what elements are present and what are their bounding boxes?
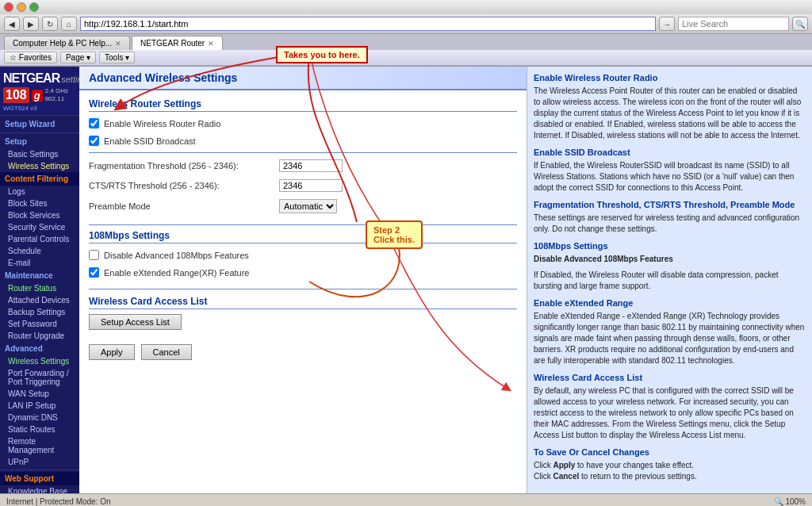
apply-button[interactable]: Apply	[89, 344, 135, 360]
page-wrapper: NETGEAR settings 108 g 2.4 GHz 802.11 WG…	[0, 67, 812, 493]
sidebar-block-sites[interactable]: Block Sites	[0, 197, 79, 209]
enable-ssid-label: Enable SSID Broadcast	[104, 136, 196, 146]
wireless-card-title: Wireless Card Access List	[89, 296, 517, 309]
toolbar-page[interactable]: Page ▾	[60, 52, 96, 63]
enable-ssid-checkbox[interactable]	[89, 136, 99, 146]
tab-label: Computer Help & PC Help...	[13, 39, 112, 48]
browser-tabs: Computer Help & PC Help... ✕ NETGEAR Rou…	[0, 34, 812, 50]
sidebar: NETGEAR settings 108 g 2.4 GHz 802.11 WG…	[0, 67, 79, 493]
divider-2	[89, 224, 517, 225]
sidebar-email[interactable]: E-mail	[0, 257, 79, 269]
maximize-btn[interactable]	[29, 2, 39, 12]
status-right: 🔍 100%	[774, 497, 806, 506]
page-outer: ◀ ▶ ↻ ⌂ → 🔍 Computer Help & PC Help... ✕…	[0, 0, 812, 506]
frag-threshold-input[interactable]	[279, 159, 343, 172]
cts-rts-input[interactable]	[279, 179, 343, 192]
sidebar-block-services[interactable]: Block Services	[0, 209, 79, 221]
enable-xr-row: Enable eXtended Range(XR) Feature	[89, 266, 517, 279]
tab-close-1[interactable]: ✕	[115, 40, 121, 48]
sidebar-remote-mgmt[interactable]: Remote Management	[0, 435, 79, 456]
logo-area: NETGEAR settings 108 g 2.4 GHz 802.11 WG…	[0, 67, 79, 113]
sidebar-router-upgrade[interactable]: Router Upgrade	[0, 330, 79, 342]
right-panel: Enable Wireless Router Radio The Wireles…	[527, 67, 812, 493]
titlebar	[0, 0, 812, 14]
button-row: Apply Cancel	[89, 338, 517, 366]
sidebar-dynamic-dns[interactable]: Dynamic DNS	[0, 412, 79, 424]
sidebar-wireless-settings2[interactable]: Wireless Settings	[0, 355, 79, 367]
sidebar-knowledge-base[interactable]: Knowledge Base	[0, 485, 79, 493]
search-submit[interactable]: 🔍	[792, 17, 808, 31]
sidebar-upnp[interactable]: UPnP	[0, 456, 79, 468]
rp-text-7: Click Apply to have your changes take ef…	[534, 460, 806, 482]
enable-radio-checkbox[interactable]	[89, 118, 99, 128]
sidebar-setup-wizard[interactable]: Setup Wizard	[0, 117, 79, 131]
wireless-router-settings-block: Wireless Router Settings Enable Wireless…	[89, 98, 517, 215]
status-bar: Internet | Protected Mode: On 🔍 100%	[0, 493, 812, 506]
settings-label: settings	[61, 75, 79, 84]
sidebar-lan-ip-setup[interactable]: LAN IP Setup	[0, 400, 79, 412]
rp-title-1: Enable Wireless Router Radio	[534, 73, 806, 82]
tab-netgear[interactable]: NETGEAR Router ✕	[132, 36, 223, 50]
sidebar-wireless-settings[interactable]: Wireless Settings	[0, 160, 79, 172]
address-bar[interactable]	[80, 17, 656, 31]
enable-ssid-row: Enable SSID Broadcast	[89, 134, 517, 148]
rp-title-5: Enable eXtended Range	[534, 298, 806, 308]
preamble-row: Preamble Mode Automatic Long Short	[89, 197, 517, 215]
rp-text-3: These settings are reserved for wireless…	[534, 213, 806, 235]
sidebar-static-routes[interactable]: Static Routes	[0, 424, 79, 435]
sidebar-advanced: Advanced	[0, 342, 79, 355]
sidebar-parental-controls[interactable]: Parental Controls	[0, 233, 79, 245]
setup-access-list-button[interactable]: Setup Access List	[89, 314, 182, 330]
disable-108-row: Disable Advanced 108Mbps Features	[89, 248, 517, 262]
sidebar-router-status[interactable]: Router Status	[0, 282, 79, 294]
sidebar-backup-settings[interactable]: Backup Settings	[0, 306, 79, 318]
toolbar-favorites[interactable]: ☆ Favorites	[4, 52, 57, 63]
enable-radio-label: Enable Wireless Router Radio	[104, 119, 220, 128]
preamble-select[interactable]: Automatic Long Short	[279, 199, 337, 213]
toolbar-tools[interactable]: Tools ▾	[99, 52, 135, 63]
page-header: Advanced Wireless Settings	[79, 67, 527, 90]
sidebar-logs[interactable]: Logs	[0, 186, 79, 197]
divider-3	[89, 289, 517, 289]
rp-text-2: If Enabled, the Wireless RouterSSID will…	[534, 160, 806, 194]
content-area: Wireless Router Settings Enable Wireless…	[79, 90, 527, 374]
sidebar-port-forwarding[interactable]: Port Forwarding / Port Triggering	[0, 367, 79, 388]
sidebar-content-filtering: Content Filtering	[0, 172, 79, 186]
close-btn[interactable]	[4, 2, 13, 12]
wireless-card-section: Wireless Card Access List Setup Access L…	[89, 296, 517, 330]
rp-text-5: Enable eXtended Range - eXtended Range (…	[534, 311, 806, 366]
sidebar-attached-devices[interactable]: Attached Devices	[0, 294, 79, 306]
tab-computer-help[interactable]: Computer Help & PC Help... ✕	[4, 36, 130, 50]
sidebar-security-service[interactable]: Security Service	[0, 221, 79, 233]
cts-rts-label: CTS/RTS Threshold (256 - 2346):	[89, 181, 279, 190]
navbar: ◀ ▶ ↻ ⌂ → 🔍	[0, 14, 812, 34]
g-badge: g	[32, 90, 43, 102]
rp-text-1: The Wireless Access Point Router of this…	[534, 86, 806, 141]
sidebar-basic-settings[interactable]: Basic Settings	[0, 148, 79, 160]
rp-subtitle-4: Disable Advanced 108Mbps Features	[534, 254, 806, 265]
rp-text-4: If Disabled, the Wireless Router will di…	[534, 270, 806, 292]
sidebar-maintenance: Maintenance	[0, 269, 79, 282]
search-input[interactable]	[678, 17, 789, 31]
refresh-button[interactable]: ↻	[42, 17, 58, 31]
rp-title-4: 108Mbps Settings	[534, 241, 806, 251]
zoom-level: 🔍 100%	[774, 497, 806, 506]
sidebar-wan-setup[interactable]: WAN Setup	[0, 388, 79, 400]
sidebar-schedule[interactable]: Schedule	[0, 245, 79, 257]
tab-close-2[interactable]: ✕	[208, 40, 214, 48]
divider-1	[89, 152, 517, 153]
sidebar-set-password[interactable]: Set Password	[0, 318, 79, 330]
cancel-button[interactable]: Cancel	[141, 344, 192, 360]
disable-108-checkbox[interactable]	[89, 250, 99, 260]
forward-button[interactable]: ▶	[23, 17, 39, 31]
enable-xr-label: Enable eXtended Range(XR) Feature	[104, 268, 249, 278]
back-button[interactable]: ◀	[4, 17, 20, 31]
sidebar-web-support: Web Support	[0, 472, 79, 485]
sidebar-setup-section: Setup	[0, 135, 79, 148]
minimize-btn[interactable]	[17, 2, 26, 12]
disable-108-label: Disable Advanced 108Mbps Features	[104, 251, 249, 260]
home-button[interactable]: ⌂	[61, 17, 77, 31]
enable-xr-checkbox[interactable]	[89, 267, 99, 278]
go-button[interactable]: →	[659, 17, 675, 31]
toolbar: ☆ Favorites Page ▾ Tools ▾	[0, 50, 812, 66]
